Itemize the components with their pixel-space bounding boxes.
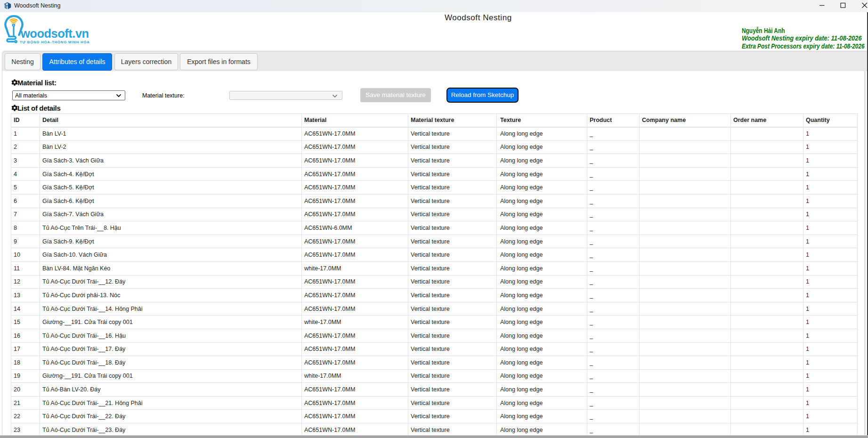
svg-text:woodsoft.vn: woodsoft.vn bbox=[20, 27, 89, 40]
svg-text:TỰ ĐỘNG HÓA-THÔNG MINH HÓA: TỰ ĐỘNG HÓA-THÔNG MINH HÓA bbox=[20, 40, 90, 44]
